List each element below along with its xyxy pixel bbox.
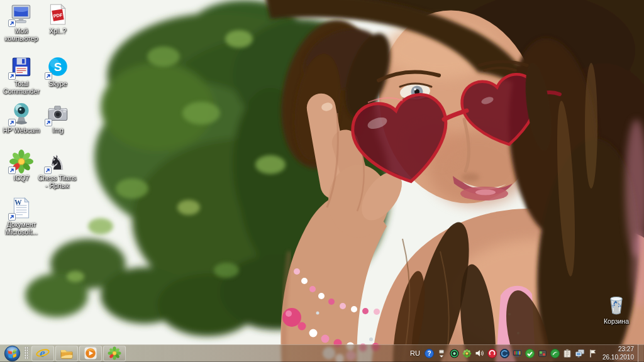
hp-webcam-icon — [9, 102, 33, 126]
desktop-icon-my-computer[interactable]: Мой компьютер — [3, 3, 40, 43]
volume-icon[interactable] — [474, 348, 485, 359]
icon-label: ICQ7 — [14, 174, 30, 182]
system-tray: RU ? — [408, 344, 644, 362]
desktop-icon-recycle-bin[interactable]: Корзина — [596, 293, 636, 325]
windows-orb-icon — [4, 345, 21, 362]
recycle-bin-icon — [604, 293, 628, 317]
desktop: Мой компьютер PDF Xpl..? To — [0, 0, 644, 362]
icq-flower-icon — [108, 346, 121, 360]
quick-launch-internet-explorer[interactable]: e — [31, 346, 54, 361]
icon-label: Chess Titans - Ярлык — [36, 174, 78, 190]
quick-launch-windows-media-player[interactable] — [79, 346, 102, 361]
clock-time: 23:27 — [602, 345, 634, 353]
browser-tray-icon[interactable] — [499, 348, 510, 359]
camera-icon — [46, 102, 70, 126]
desktop-icon-word-document[interactable]: W Документ Microsoft... — [3, 196, 40, 236]
icon-label: HP Webcam — [3, 126, 40, 134]
svg-text:W: W — [14, 199, 22, 207]
shortcut-arrow-icon — [8, 72, 16, 80]
svg-text:e: e — [40, 346, 45, 359]
clock-date: 26.10.2010 — [602, 353, 634, 361]
icon-label: Total Commander — [3, 80, 40, 96]
show-desktop-button[interactable] — [638, 344, 643, 362]
desktop-icon-hp-webcam[interactable]: HP Webcam — [3, 102, 40, 134]
icon-label: Документ Microsoft... — [3, 221, 40, 236]
clipboard-icon[interactable] — [562, 348, 573, 359]
hidden-icons-chevron[interactable] — [436, 348, 447, 359]
update-check-icon[interactable] — [525, 348, 535, 359]
icon-label: Img — [52, 126, 64, 134]
quick-launch-icq[interactable] — [103, 346, 126, 361]
quick-launch-windows-explorer[interactable] — [55, 346, 78, 361]
keyboard-switcher-icon[interactable] — [537, 348, 548, 359]
icon-label: Корзина — [604, 317, 629, 325]
desktop-icon-icq7[interactable]: ICQ7 — [3, 150, 40, 182]
svg-text:?: ? — [427, 350, 431, 357]
help-icon[interactable]: ? — [424, 348, 435, 359]
svg-text:S: S — [54, 60, 62, 74]
start-button[interactable] — [0, 344, 24, 362]
icq-tray-icon[interactable] — [462, 348, 472, 359]
taskbar: e — [0, 344, 644, 362]
webcam-tray-icon[interactable] — [449, 348, 460, 359]
media-player-icon — [84, 346, 97, 360]
shortcut-arrow-icon — [8, 119, 16, 126]
icon-label: Skype — [48, 80, 67, 87]
quick-launch-grip[interactable] — [25, 347, 29, 359]
shortcut-arrow-icon — [45, 72, 52, 80]
pdf-file-icon: PDF — [46, 3, 70, 26]
desktop-icon-total-commander[interactable]: Total Commander — [3, 55, 40, 96]
desktop-icon-chess-titans[interactable]: ♞ Chess Titans - Ярлык — [36, 150, 78, 190]
shortcut-arrow-icon — [8, 167, 16, 174]
word-document-icon: W — [9, 196, 33, 220]
taskbar-clock[interactable]: 23:27 26.10.2010 — [602, 345, 634, 361]
shortcut-arrow-icon — [8, 213, 16, 221]
icon-label: Xpl..? — [50, 27, 67, 35]
my-computer-icon — [9, 3, 33, 26]
wallpaper-photo — [0, 0, 644, 362]
messenger-tray-icon[interactable] — [550, 348, 560, 359]
shortcut-arrow-icon — [44, 167, 52, 174]
shortcut-arrow-icon — [8, 19, 16, 27]
desktop-icon-skype[interactable]: S Skype — [39, 55, 77, 87]
icon-label: Мой компьютер — [3, 27, 40, 43]
total-commander-icon — [9, 55, 33, 79]
shortcut-arrow-icon — [45, 119, 52, 126]
download-manager-icon[interactable] — [487, 348, 497, 359]
action-center-flag-icon[interactable] — [587, 348, 598, 359]
desktop-icon-img[interactable]: Img — [39, 102, 77, 134]
folder-icon — [60, 346, 74, 360]
language-indicator[interactable]: RU — [408, 349, 422, 357]
chess-knight-icon: ♞ — [45, 150, 69, 173]
network-icon[interactable] — [575, 348, 586, 359]
skype-icon: S — [46, 55, 70, 79]
display-settings-icon[interactable] — [512, 348, 523, 359]
icq-flower-icon — [9, 150, 33, 173]
desktop-icon-pdf-file[interactable]: PDF Xpl..? — [39, 3, 77, 35]
internet-explorer-icon: e — [36, 346, 50, 360]
